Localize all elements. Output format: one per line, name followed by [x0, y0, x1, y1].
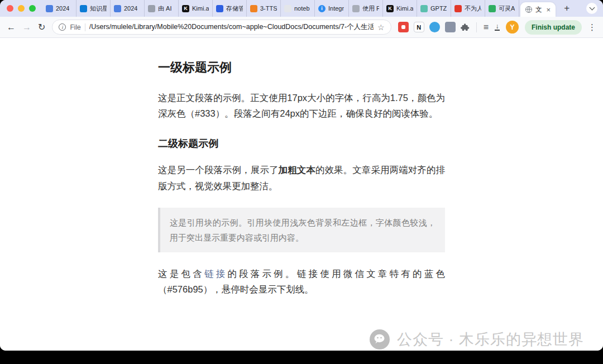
url-text: /Users/mulele/Library/Mobile%20Documents…: [89, 22, 374, 32]
tab-label: GPTZ: [430, 5, 447, 12]
tab-favicon-icon: [420, 5, 428, 12]
tab-favicon-icon: [250, 5, 257, 12]
tab-label: Integr: [328, 5, 344, 12]
paragraph-2: 这是另一个段落示例，展示了加粗文本的效果。文章采用两端对齐的排版方式，视觉效果更…: [158, 162, 445, 194]
tab-favicon-icon: i: [318, 5, 326, 12]
active-tab-label: 文: [535, 6, 542, 14]
watermark: 公众号 · 木乐乐的异想世界: [370, 329, 584, 349]
tab[interactable]: 3-TTS: [247, 0, 281, 17]
tab-favicon-icon: [80, 5, 87, 12]
downloads-icon[interactable]: ↓: [495, 23, 500, 31]
blockquote-text: 这是引用块的示例。引用块使用浅灰色背景和左边框，字体颜色较浅，用于突出显示重要内…: [170, 218, 436, 242]
blockquote: 这是引用块的示例。引用块使用浅灰色背景和左边框，字体颜色较浅，用于突出显示重要内…: [158, 208, 445, 252]
tab[interactable]: K Kimi.a: [179, 0, 213, 17]
tab[interactable]: 存储管: [213, 0, 247, 17]
paragraph-1: 这是正文段落的示例。正文使用17px大小的字体，行高为1.75，颜色为深灰色（#…: [158, 90, 445, 122]
extension-icon-blue[interactable]: [429, 22, 440, 32]
browser-toolbar: ← → ↻ i File /Users/mulele/Library/Mobil…: [0, 17, 603, 38]
tab[interactable]: 2024: [42, 0, 76, 17]
tab-label: noteb: [294, 5, 310, 12]
paragraph-text: 这是另一个段落示例，展示了: [158, 165, 279, 175]
bold-text: 加粗文本: [279, 165, 315, 175]
url-scheme-label: File: [70, 23, 80, 31]
window-controls: [7, 5, 36, 12]
tab-label: 2024: [56, 5, 69, 12]
tab-label: 使用 P: [362, 4, 379, 13]
tab-favicon-icon: K: [182, 5, 189, 12]
tab-label: 知识星: [90, 4, 107, 13]
tab-label: 可灵A: [499, 4, 515, 13]
tab-favicon-icon: [489, 5, 496, 12]
forward-button[interactable]: →: [22, 23, 31, 32]
tab-favicon-icon: [454, 5, 462, 12]
extensions-area: N: [398, 22, 470, 32]
omnibox-divider: [85, 23, 85, 31]
tab-active[interactable]: 文 ×: [520, 2, 556, 17]
site-info-icon[interactable]: i: [59, 23, 66, 31]
tab-favicon-icon: [46, 5, 53, 12]
minimize-window-button[interactable]: [18, 5, 25, 12]
page-content: 一级标题示例 这是正文段落的示例。正文使用17px大小的字体，行高为1.75，颜…: [0, 38, 603, 351]
tab-favicon-icon: K: [386, 5, 394, 12]
close-window-button[interactable]: [7, 5, 13, 12]
tab-close-icon[interactable]: ×: [547, 6, 551, 14]
tab[interactable]: K Kimi.a: [383, 0, 417, 17]
tab-label: 由 AI: [158, 4, 171, 13]
toolbar-right: ≡ ↓ Y Finish update ⋮: [484, 20, 596, 35]
article-subtitle: 二级标题示例: [158, 135, 445, 153]
address-bar[interactable]: i File /Users/mulele/Library/Mobile%20Do…: [52, 20, 391, 35]
tab-favicon-icon: [216, 5, 223, 12]
article: 一级标题示例 这是正文段落的示例。正文使用17px大小的字体，行高为1.75，颜…: [158, 38, 445, 298]
paragraph-text: 这是包含: [158, 269, 204, 279]
globe-icon: [525, 6, 532, 13]
tab[interactable]: 知识星: [76, 0, 111, 17]
wechat-icon: [370, 329, 390, 349]
extension-icon-notion[interactable]: N: [414, 22, 424, 32]
tab-favicon-icon: [148, 5, 155, 12]
tab-favicon-icon: [114, 5, 121, 12]
reload-button[interactable]: ↻: [38, 23, 45, 32]
article-title: 一级标题示例: [158, 57, 445, 79]
tab-strip: 2024 知识星 2024 由 AI K Kimi.a 存储管 3-TTS no…: [0, 0, 603, 17]
finish-update-button[interactable]: Finish update: [525, 20, 582, 35]
tab-favicon-icon: [284, 5, 291, 12]
tab-label: Kimi.a: [192, 5, 209, 12]
reading-list-icon[interactable]: ≡: [484, 22, 489, 32]
browser-menu-icon[interactable]: ⋮: [588, 22, 596, 32]
tab[interactable]: GPTZ: [417, 0, 451, 17]
paragraph-3: 这是包含链接的段落示例。链接使用微信文章特有的蓝色（#576b95），悬停时会显…: [158, 266, 445, 298]
tab[interactable]: 不为人: [451, 0, 485, 17]
tab-label: 2024: [124, 5, 137, 12]
tab[interactable]: 2024: [111, 0, 145, 17]
tab-label: 3-TTS: [260, 5, 277, 12]
tab-label: 不为人: [465, 4, 481, 13]
tab-list: 2024 知识星 2024 由 AI K Kimi.a 存储管 3-TTS no…: [42, 0, 519, 17]
watermark-text: 公众号 · 木乐乐的异想世界: [397, 329, 584, 349]
tab[interactable]: 由 AI: [145, 0, 179, 17]
tab[interactable]: 可灵A: [485, 0, 519, 17]
zoom-window-button[interactable]: [29, 5, 36, 12]
new-tab-button[interactable]: +: [561, 3, 572, 14]
inline-link[interactable]: 链接: [204, 269, 227, 279]
extension-icon-red[interactable]: [398, 22, 409, 32]
tab-label: Kimi.a: [396, 5, 413, 12]
back-button[interactable]: ←: [7, 23, 16, 32]
tab[interactable]: noteb: [281, 0, 315, 17]
tab[interactable]: 使用 P: [349, 0, 383, 17]
tab-search-button[interactable]: [586, 3, 597, 14]
bookmark-star-icon[interactable]: ☆: [377, 23, 385, 32]
toolbar-separator: [476, 22, 477, 32]
extension-icon-slate[interactable]: [445, 22, 456, 32]
extensions-puzzle-icon[interactable]: [461, 23, 470, 32]
tab[interactable]: i Integr: [315, 0, 349, 17]
chevron-down-icon: [589, 5, 595, 11]
tab-favicon-icon: [352, 5, 360, 12]
profile-avatar[interactable]: Y: [506, 21, 519, 33]
tab-label: 存储管: [226, 4, 243, 13]
browser-window: 2024 知识星 2024 由 AI K Kimi.a 存储管 3-TTS no…: [0, 0, 603, 351]
